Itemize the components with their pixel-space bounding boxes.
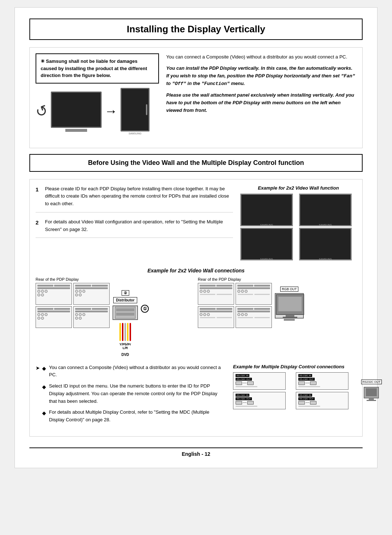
mdc-port-3b <box>247 401 254 405</box>
cable-r2 <box>130 323 131 341</box>
pc-icon <box>362 385 380 404</box>
left-column: ✳ Samsung shall not be liable for damage… <box>36 53 159 135</box>
dashed-conn-1 <box>243 383 246 383</box>
step-1-num: 1 <box>36 185 41 208</box>
rs232-in-3: RS-232C IN <box>236 394 249 397</box>
pdp-grid-right <box>198 283 272 328</box>
conn-right-inner: RGB OUT <box>198 283 356 328</box>
cable-r <box>122 323 123 341</box>
mdc-unit-3: RS-232C IN RS-232C OUT <box>233 392 286 409</box>
bullet-sym-3: ◆ <box>42 409 46 424</box>
mdc-port-4a <box>298 401 305 405</box>
arrow-right-icon: → <box>105 104 118 119</box>
pc-monitor <box>275 293 304 319</box>
mdc-conn-3 <box>236 401 283 405</box>
footer-text: English - 12 <box>182 451 211 457</box>
warning-box: ✳ Samsung shall not be liable for damage… <box>36 53 159 84</box>
italic-paragraph-2: Please use the wall attachment panel exc… <box>166 92 356 114</box>
vw-grid: SAMSUNG SAMSUNG SAMSUNG SAMSUNG <box>240 194 356 260</box>
bottom-section: ➤ ◆ You can connect a Composite (Video) … <box>36 364 356 431</box>
video-wall-example: Example for 2x2 Video Wall function SAMS… <box>240 185 356 260</box>
arrow-icon: ➤ <box>36 364 40 428</box>
mdc-port-1a <box>236 381 242 385</box>
monitor-diagrams: ↺ SAMSUNG → SAMSUNG <box>36 88 159 135</box>
italic-text-2: Please use the wall attachment panel exc… <box>166 92 354 113</box>
rs232c-out-label: RS232C OUT <box>361 380 382 384</box>
mdc-conn-1 <box>236 381 283 385</box>
dvd-label: DVD <box>121 353 129 357</box>
mdc-grid: RS-232C IN RS-232C OUT RS-232C IN <box>233 372 356 409</box>
pdp-unit-2 <box>73 283 110 305</box>
samsung-label-vert: SAMSUNG <box>128 132 141 135</box>
rs232-in-1: RS-232C IN <box>236 374 249 377</box>
arrow-intro: ➤ ◆ You can connect a Composite (Video) … <box>36 364 226 428</box>
svg-rect-10 <box>367 400 376 401</box>
monitor-vertical <box>121 88 150 131</box>
svg-rect-4 <box>278 297 302 311</box>
dashed-conn-3 <box>243 402 246 403</box>
cables <box>119 323 131 341</box>
dashed-conn-4 <box>306 402 309 403</box>
pdp-grid-left <box>36 283 110 328</box>
vw-example-title: Example for 2x2 Video Wall function <box>240 185 356 191</box>
bullet-3-text: For details about Multiple Display Contr… <box>49 409 226 424</box>
footer: English - 12 <box>29 447 363 457</box>
mdc-port-4b <box>310 401 317 405</box>
connections-diagram: Rear of the PDP Display <box>36 277 356 357</box>
step-1: 1 Please create ID for each PDP Display … <box>36 185 233 212</box>
svg-rect-8 <box>366 388 377 396</box>
cable-w <box>124 323 126 341</box>
pdp-unit-1 <box>36 283 72 305</box>
conn-right: Rear of the PDP Display <box>198 277 356 328</box>
bottom-left: ➤ ◆ You can connect a Composite (Video) … <box>36 364 226 431</box>
distributor-area: ② Distributor <box>113 290 138 357</box>
pdp-unit-6 <box>236 283 272 305</box>
svg-rect-2 <box>116 313 134 316</box>
mdc-unit-2: RS-232C IN RS-232C OUT <box>296 372 348 390</box>
vw-screen-4: SAMSUNG <box>299 228 352 260</box>
mdc-port-2b <box>310 381 317 385</box>
ypbpr-label: Y/Pb/Pr <box>119 343 131 346</box>
svg-rect-6 <box>283 317 297 319</box>
bullets-container: ◆ You can connect a Composite (Video) wi… <box>42 364 226 428</box>
mdc-conn-4 <box>298 401 346 405</box>
bullet-1: ◆ You can connect a Composite (Video) wi… <box>42 364 226 379</box>
fan-note: You can connect a Composite (Video) with… <box>166 53 356 61</box>
vw-screen-3: SAMSUNG <box>240 228 293 260</box>
rs232-out-1: RS-232C OUT <box>236 378 252 381</box>
circle-1: ① <box>141 305 149 313</box>
bullet-sym-1: ◆ <box>42 364 46 379</box>
bullet-3: ◆ For details about Multiple Display Con… <box>42 409 226 424</box>
bullet-sym-2: ◆ <box>42 383 46 405</box>
rs232-in-2: RS-232C IN <box>298 374 312 377</box>
step-1-text: Please create ID for each PDP Display be… <box>45 185 233 208</box>
rs232-out-3: RS-232C OUT <box>236 397 252 400</box>
step-2-num: 2 <box>36 218 41 234</box>
page-title: Installing the Display Vertically <box>29 19 363 40</box>
conn-left: Rear of the PDP Display <box>36 277 194 357</box>
mdc-unit-1: RS-232C IN RS-232C OUT <box>233 372 286 390</box>
svg-rect-1 <box>116 308 134 311</box>
rs232-out-4: RS-232C OUT <box>298 397 315 400</box>
section2-wrapper: 1 Please create ID for each PDP Display … <box>29 179 363 437</box>
italic-paragraph-1: You can install the PDP Display vertical… <box>166 65 356 88</box>
bullet-1-text: You can connect a Composite (Video) with… <box>49 364 226 379</box>
rear-label-right: Rear of the PDP Display <box>198 277 356 281</box>
mdc-conn-2 <box>298 381 346 385</box>
svg-rect-9 <box>369 398 374 400</box>
cable-y <box>119 323 121 341</box>
steps-column: 1 Please create ID for each PDP Display … <box>36 185 233 260</box>
bullet-2-text: Select ID input on the menu. Use the num… <box>49 382 226 405</box>
pdp-unit-7 <box>198 306 234 328</box>
circle-2-label: ② <box>122 290 129 296</box>
circle-1-label: ① <box>141 305 149 313</box>
pdp-unit-5 <box>198 283 234 305</box>
dashed-conn-2 <box>306 383 309 383</box>
pdp-unit-8 <box>236 306 272 328</box>
rotate-arrow-icon: ↺ <box>33 101 50 121</box>
monitor-horizontal <box>51 92 102 128</box>
mdc-unit-4: RS-232C IN RS-232C OUT <box>296 392 348 409</box>
pdp-unit-3 <box>36 306 72 328</box>
conn-example-title: Example for 2x2 Video Wall connections <box>36 268 356 273</box>
pc-area: RGB OUT <box>275 287 304 319</box>
